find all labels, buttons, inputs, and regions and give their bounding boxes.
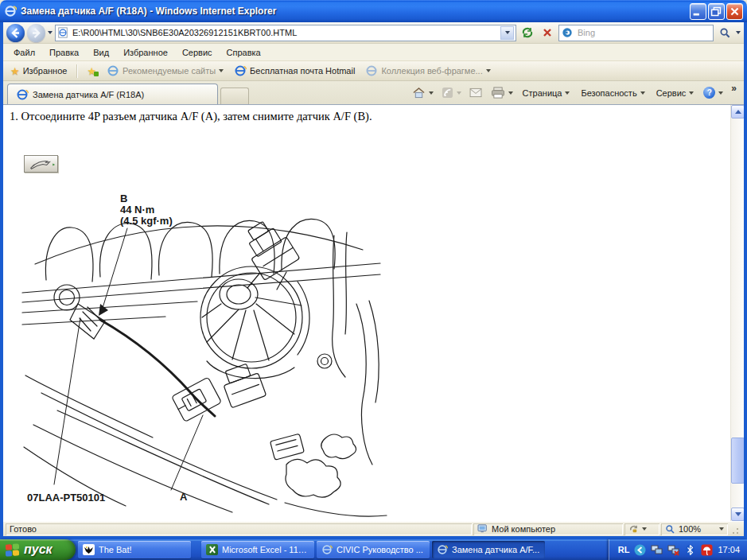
feeds-button[interactable] [439, 85, 464, 100]
page-menu-button[interactable]: Страница [519, 87, 574, 99]
print-button[interactable] [488, 85, 516, 100]
suggested-sites-button[interactable]: Рекомендуемые сайты [103, 63, 227, 79]
stop-button[interactable] [539, 25, 556, 41]
language-indicator[interactable]: RL [618, 545, 630, 554]
more-commands-chevron[interactable]: » [729, 83, 739, 94]
dropdown-icon [219, 69, 224, 72]
scroll-up-button[interactable] [731, 105, 744, 119]
zone-pane: Мой компьютер [473, 523, 623, 535]
home-icon [412, 87, 426, 99]
thebat-icon [83, 544, 95, 555]
menu-view[interactable]: Вид [86, 45, 116, 60]
network-error-tray-icon[interactable] [667, 544, 679, 556]
zoom-level: 100% [679, 524, 701, 534]
desktop-screen: Замена датчика A/F (R18A) - Windows Inte… [0, 0, 747, 560]
start-button[interactable]: пуск [0, 539, 76, 560]
menu-help[interactable]: Справка [220, 45, 268, 60]
protected-mode-icon [628, 524, 639, 535]
close-button[interactable] [726, 3, 743, 20]
read-mail-button[interactable] [467, 86, 485, 99]
recent-pages-dropdown-icon[interactable] [48, 31, 53, 34]
safety-menu-button[interactable]: Безопасность [577, 87, 648, 99]
new-tab-button[interactable] [220, 88, 249, 104]
resize-grip[interactable] [731, 524, 741, 535]
scrollbar-thumb[interactable] [731, 438, 744, 484]
media-player-tray-icon[interactable] [634, 544, 646, 556]
star-icon: ★ [10, 66, 20, 76]
zoom-pane[interactable]: 100% [661, 523, 728, 535]
window-titlebar: Замена датчика A/F (R18A) - Windows Inte… [0, 0, 747, 22]
safety-menu-label: Безопасность [581, 88, 636, 98]
menu-file[interactable]: Файл [6, 45, 42, 60]
search-button[interactable] [716, 25, 733, 41]
hotmail-label: Бесплатная почта Hotmail [250, 66, 355, 76]
address-bar[interactable] [55, 25, 516, 41]
web-slices-label: Коллекция веб-фрагме... [381, 66, 482, 76]
back-button[interactable] [6, 24, 25, 42]
command-bar: Страница Безопасность Сервис ? » [405, 81, 744, 104]
url-input[interactable] [71, 27, 498, 38]
zoom-icon [665, 524, 675, 535]
dropdown-icon [719, 527, 724, 531]
search-options-dropdown-icon[interactable] [736, 31, 741, 34]
menu-bar: Файл Правка Вид Избранное Сервис Справка [3, 44, 744, 61]
status-text-pane: Готово [6, 523, 472, 535]
zone-label: Мой компьютер [492, 524, 555, 534]
ie-icon [321, 544, 333, 555]
help-button[interactable]: ? [701, 85, 726, 100]
search-box[interactable] [558, 25, 714, 41]
taskbar-task-excel[interactable]: Microsoft Excel - 112... [201, 541, 314, 558]
taskbar: пуск The Bat! Microsoft Excel - 112... C… [0, 539, 747, 560]
search-input[interactable] [576, 27, 710, 38]
system-tray: RL 17:04 [609, 539, 747, 560]
add-to-favorites-bar-button[interactable]: ★ [84, 64, 99, 78]
taskbar-task-civic-manual[interactable]: CIVIC Руководство ... [317, 541, 430, 558]
home-button[interactable] [410, 85, 436, 100]
suggested-sites-label: Рекомендуемые сайты [123, 66, 216, 76]
protected-mode-pane[interactable] [624, 523, 659, 535]
ie-logo-icon [4, 5, 17, 18]
favorites-button[interactable]: ★ Избранное [7, 64, 70, 78]
separator [76, 64, 77, 78]
start-label: пуск [24, 542, 53, 557]
dropdown-icon [718, 91, 723, 95]
tool-icon-button[interactable] [24, 155, 58, 173]
printer-icon [491, 87, 505, 99]
dropdown-icon [640, 91, 645, 95]
menu-tools[interactable]: Сервис [175, 45, 220, 60]
taskbar-task-thebat[interactable]: The Bat! [78, 541, 191, 558]
instruction-text: 1. Отсоедините 4P разъем датчика A/F (A)… [10, 110, 372, 123]
web-slices-button[interactable]: Коллекция веб-фрагме... [362, 63, 493, 79]
scroll-down-button[interactable] [731, 508, 744, 521]
dropdown-icon [429, 91, 434, 95]
tab-label: Замена датчика A/F (R18A) [33, 90, 144, 99]
status-text: Готово [10, 524, 37, 534]
forward-button[interactable] [27, 24, 45, 42]
refresh-button[interactable] [519, 25, 536, 41]
tab-active[interactable]: Замена датчика A/F (R18A) [7, 84, 218, 104]
address-toolbar [3, 22, 744, 44]
restore-button[interactable] [708, 3, 725, 20]
dropdown-icon [486, 69, 491, 72]
vertical-scrollbar[interactable] [730, 105, 744, 521]
tools-menu-label: Сервис [656, 88, 687, 98]
minimize-button[interactable] [690, 3, 706, 20]
hotmail-link[interactable]: Бесплатная почта Hotmail [231, 63, 358, 79]
network-tray-icon[interactable] [651, 544, 663, 556]
tools-menu-button[interactable]: Сервис [652, 87, 698, 99]
taskbar-task-sensor-page[interactable]: Замена датчика A/F... [432, 541, 545, 558]
clock[interactable]: 17:04 [718, 545, 740, 554]
task-label: CIVIC Руководство ... [337, 545, 423, 554]
bluetooth-tray-icon[interactable] [684, 544, 696, 556]
ie-icon [107, 64, 119, 77]
tab-bar: Замена датчика A/F (R18A) [3, 81, 744, 105]
browser-window: Файл Правка Вид Избранное Сервис Справка… [0, 22, 747, 539]
menu-edit[interactable]: Правка [42, 45, 86, 60]
wrench-icon [25, 156, 57, 173]
url-dropdown-button[interactable] [500, 26, 514, 40]
task-label: The Bat! [99, 545, 132, 554]
ie-icon [234, 64, 247, 77]
antivirus-tray-icon[interactable] [701, 544, 713, 556]
menu-favorites[interactable]: Избранное [116, 45, 175, 60]
task-label: Microsoft Excel - 112... [222, 545, 309, 554]
